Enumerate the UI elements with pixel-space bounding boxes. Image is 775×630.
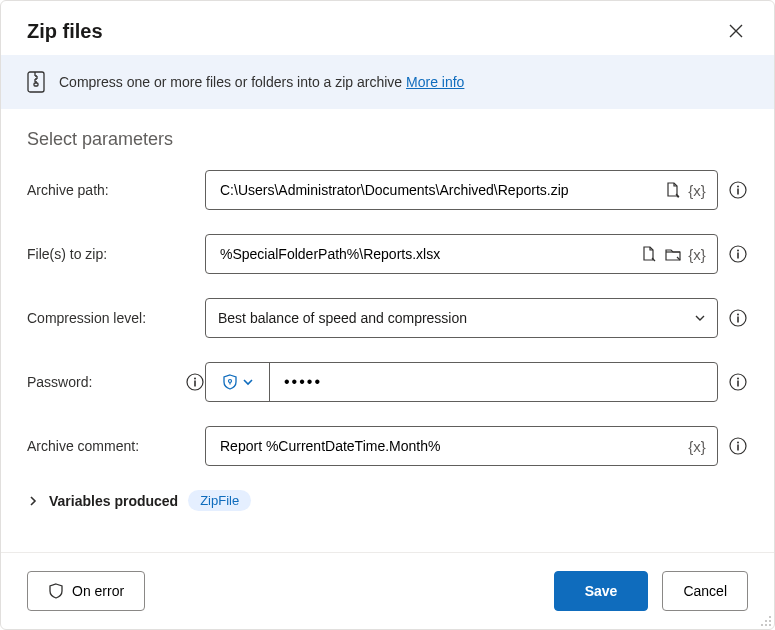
shield-outline-icon — [48, 583, 64, 599]
label-comment: Archive comment: — [27, 438, 205, 454]
more-info-link[interactable]: More info — [406, 74, 464, 90]
shield-icon — [222, 374, 238, 390]
dialog-title: Zip files — [27, 20, 103, 43]
svg-point-19 — [737, 442, 739, 444]
svg-point-12 — [194, 378, 196, 380]
svg-point-23 — [769, 620, 771, 622]
compression-select[interactable]: Best balance of speed and compression — [205, 298, 718, 338]
svg-point-16 — [737, 378, 739, 380]
select-file-button[interactable] — [661, 178, 685, 202]
parameters-section: Select parameters Archive path: {x} File… — [1, 109, 774, 552]
svg-point-26 — [769, 624, 771, 626]
field-comment[interactable]: {x} — [205, 426, 718, 466]
info-password[interactable] — [728, 372, 748, 392]
close-button[interactable] — [724, 19, 748, 43]
row-password: Password: — [27, 362, 748, 402]
archive-path-input[interactable] — [218, 171, 661, 209]
svg-rect-20 — [737, 445, 739, 451]
folder-picker-icon — [664, 245, 682, 263]
insert-variable-button-3[interactable]: {x} — [685, 434, 709, 458]
row-compression: Compression level: Best balance of speed… — [27, 298, 748, 338]
variables-produced-row[interactable]: Variables produced ZipFile — [27, 490, 748, 511]
info-icon — [729, 181, 747, 199]
comment-input[interactable] — [218, 427, 685, 465]
zip-files-dialog: Zip files Compress one or more files or … — [0, 0, 775, 630]
zip-icon — [27, 71, 45, 93]
info-icon — [729, 245, 747, 263]
resize-grip-icon[interactable] — [758, 613, 772, 627]
on-error-button[interactable]: On error — [27, 571, 145, 611]
svg-point-3 — [737, 186, 739, 188]
banner-text: Compress one or more files or folders in… — [59, 74, 464, 90]
row-files-to-zip: File(s) to zip: {x} — [27, 234, 748, 274]
label-password: Password: — [27, 374, 92, 390]
insert-variable-button[interactable]: {x} — [685, 178, 709, 202]
row-comment: Archive comment: {x} — [27, 426, 748, 466]
label-archive-path: Archive path: — [27, 182, 205, 198]
section-title: Select parameters — [27, 129, 748, 150]
files-to-zip-input[interactable] — [218, 235, 637, 273]
svg-point-6 — [737, 250, 739, 252]
variable-icon: {x} — [688, 182, 706, 199]
row-archive-path: Archive path: {x} — [27, 170, 748, 210]
password-input[interactable] — [282, 372, 705, 392]
svg-rect-10 — [737, 317, 739, 323]
info-archive-path[interactable] — [728, 180, 748, 200]
info-files-to-zip[interactable] — [728, 244, 748, 264]
info-icon — [186, 373, 204, 391]
password-mode-selector[interactable] — [206, 363, 270, 401]
variable-icon: {x} — [688, 438, 706, 455]
select-folder-button[interactable] — [661, 242, 685, 266]
variables-produced-label: Variables produced — [49, 493, 178, 509]
info-banner: Compress one or more files or folders in… — [1, 55, 774, 109]
chevron-down-icon — [242, 376, 254, 388]
save-button[interactable]: Save — [554, 571, 649, 611]
insert-variable-button-2[interactable]: {x} — [685, 242, 709, 266]
info-compression[interactable] — [728, 308, 748, 328]
dialog-footer: On error Save Cancel — [1, 552, 774, 629]
variable-chip-zipfile[interactable]: ZipFile — [188, 490, 251, 511]
chevron-down-icon — [693, 311, 707, 325]
svg-rect-1 — [34, 83, 38, 86]
svg-point-22 — [765, 620, 767, 622]
variable-icon: {x} — [688, 246, 706, 263]
svg-point-24 — [761, 624, 763, 626]
svg-rect-4 — [737, 189, 739, 195]
cancel-button[interactable]: Cancel — [662, 571, 748, 611]
compression-value: Best balance of speed and compression — [218, 310, 467, 326]
label-files-to-zip: File(s) to zip: — [27, 246, 205, 262]
svg-point-25 — [765, 624, 767, 626]
svg-point-9 — [737, 314, 739, 316]
field-files-to-zip[interactable]: {x} — [205, 234, 718, 274]
password-field — [205, 362, 718, 402]
title-bar: Zip files — [1, 1, 774, 55]
svg-rect-17 — [737, 381, 739, 387]
file-picker-icon — [640, 245, 658, 263]
chevron-right-icon — [27, 495, 39, 507]
svg-point-14 — [228, 380, 231, 383]
label-compression: Compression level: — [27, 310, 205, 326]
file-picker-icon — [664, 181, 682, 199]
info-icon — [729, 437, 747, 455]
svg-rect-13 — [194, 381, 196, 387]
svg-rect-7 — [737, 253, 739, 259]
field-archive-path[interactable]: {x} — [205, 170, 718, 210]
info-comment[interactable] — [728, 436, 748, 456]
info-password-label[interactable] — [185, 372, 205, 392]
info-icon — [729, 373, 747, 391]
svg-point-21 — [769, 616, 771, 618]
close-icon — [729, 24, 743, 38]
select-file-button-2[interactable] — [637, 242, 661, 266]
info-icon — [729, 309, 747, 327]
